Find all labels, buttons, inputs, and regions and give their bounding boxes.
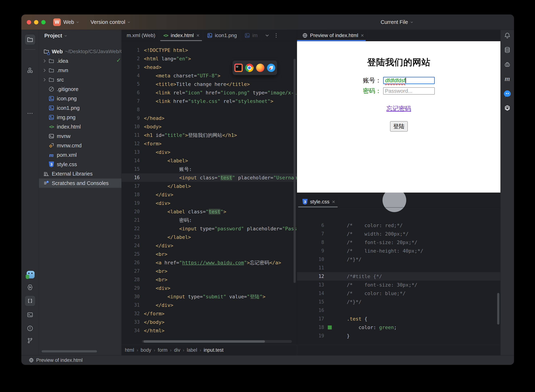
more-ellipsis-button[interactable] [25,108,35,118]
code-line: 28 <br> [122,275,297,284]
tab-options-kebab-icon[interactable] [273,32,279,39]
status-text[interactable]: Preview of index.html [36,357,83,363]
account-input[interactable]: dfdfdfdsf [383,77,435,84]
brackets-button[interactable] [25,296,35,306]
code-text: <label> [140,156,188,165]
code-text: <div> [140,284,170,292]
tab-m-xml-web-[interactable]: m.xml (Web) [122,30,159,41]
tab-preview-of-index-html[interactable]: Preview of index.html× [297,30,368,41]
tree-item[interactable]: .mvn [39,66,121,75]
tab-index-html[interactable]: <>index.html× [159,30,203,41]
login-button[interactable]: 登陆 [390,121,408,132]
tree-item[interactable]: .idea [39,56,121,66]
intellij-icon[interactable] [234,64,243,72]
tree-item[interactable]: icon1.png [39,103,121,113]
project-folder-button[interactable] [25,35,35,45]
services-play-button[interactable] [25,282,35,292]
tree-item[interactable]: <>index.html [39,122,121,131]
mletter-button[interactable]: m [503,74,512,83]
close-icon[interactable]: × [332,199,335,205]
terminal-button[interactable] [25,310,35,320]
tree-item[interactable]: Scratches and Consoles [39,178,121,188]
code-text: color: green; [334,323,397,331]
tree-item[interactable]: mvnw [39,131,121,141]
chevron-right-icon[interactable] [42,67,47,73]
preview-page: 登陆我们的网站 账号： dfdfdfdsf 密码： Password... 忘记… [297,41,501,193]
css-editor[interactable]: 6/* color: red;*/7/* width: 200px;*/8/* … [297,208,500,345]
openai-button[interactable] [503,104,512,113]
code-line: 6 <link rel="icon" href="icon.png" type=… [122,89,297,97]
color-swatch-icon [328,326,332,329]
tree-item[interactable]: Web~/Desktop/CS/JavaWeb/Coc [39,47,121,56]
commit-squares-button[interactable] [25,65,35,75]
safari-icon[interactable] [267,64,275,72]
git-branch-button[interactable] [25,336,35,346]
inspections-ok-icon[interactable]: ✓ [116,60,121,63]
code-line: 17.test { [297,315,500,323]
robot-button[interactable] [503,60,512,69]
commit-squares-icon [27,67,33,74]
breadcrumb-item[interactable]: label [187,347,197,353]
close-window-button[interactable] [27,20,31,24]
breadcrumb-item[interactable]: input.test [204,347,223,353]
project-panel-title[interactable]: Project [44,33,62,39]
bell-button[interactable] [503,31,512,40]
tab-label: style.css [310,199,329,205]
horizontal-scrollbar[interactable] [142,340,292,343]
code-text: <head> [140,63,162,71]
tree-item[interactable]: img.png [39,113,121,122]
firefox-icon[interactable] [256,64,265,72]
horizontal-scrollbar[interactable] [42,350,97,352]
tab-label: im [252,33,258,38]
problems-button[interactable] [25,323,35,333]
line-number: 26 [122,258,140,267]
vertical-scrollbar[interactable] [497,293,499,325]
tab-style-css[interactable]: 3style.css× [297,196,339,207]
code-line: 13 <div> [122,148,297,156]
forgot-password-link[interactable]: 忘记密码 [387,105,411,112]
breadcrumb-item[interactable]: body [141,347,151,353]
code-line: 21 密码: [122,216,297,224]
tree-item[interactable]: 3style.css [39,160,121,169]
breadcrumb-item[interactable]: div [174,347,180,353]
tab-im[interactable]: im [241,30,261,41]
tree-item[interactable]: .gitignore [39,84,121,94]
project-switcher[interactable]: Web [63,19,74,25]
tree-item[interactable]: mpom.xml [39,150,121,160]
tab-list-chevron-icon[interactable] [264,32,270,39]
code-text: <title>Title change here</title> [140,80,250,89]
code-line: 14 <label> [122,156,297,165]
chevron-right-icon[interactable] [42,58,47,64]
close-icon[interactable]: × [361,33,364,38]
breadcrumb-item[interactable]: form [158,347,168,353]
tree-item[interactable]: External Libraries [39,169,121,178]
database-button[interactable] [503,45,512,54]
html-editor[interactable]: 1<!DOCTYPE html>2<html lang="en">3<head>… [122,41,297,341]
run-configuration-selector[interactable]: Current File [381,19,408,25]
tab-icon1-png[interactable]: icon1.png [203,30,241,41]
chevron-right-icon[interactable] [42,77,47,83]
password-input[interactable]: Password... [383,87,435,95]
zoom-window-button[interactable] [41,20,46,24]
plugin-mascot-button[interactable] [25,269,35,279]
chevron-down-icon [409,20,414,25]
chrome-icon[interactable] [245,64,254,72]
tree-item[interactable]: mvnw.cmd [39,141,121,150]
project-panel: Project Web~/Desktop/CS/JavaWeb/Coc.idea… [39,30,122,355]
bell-icon [504,32,511,39]
scratches-icon [43,180,49,186]
breadcrumb-item[interactable]: html [125,347,134,353]
right-tool-strip: m [500,30,514,355]
css-tab-bar: 3style.css× [297,196,500,208]
code-line: 12<form> [122,139,297,148]
vcs-widget[interactable]: Version control [90,19,125,25]
chat-button[interactable] [503,89,512,98]
tree-item-label: img.png [57,114,76,120]
code-text: /*}*/ [334,298,361,306]
tree-item[interactable]: src [39,75,121,84]
line-number: 21 [122,216,140,224]
tree-item[interactable]: icon.png [39,94,121,103]
status-bar: Preview of index.html [21,355,514,365]
minimize-window-button[interactable] [34,20,38,24]
close-icon[interactable]: × [196,33,200,38]
